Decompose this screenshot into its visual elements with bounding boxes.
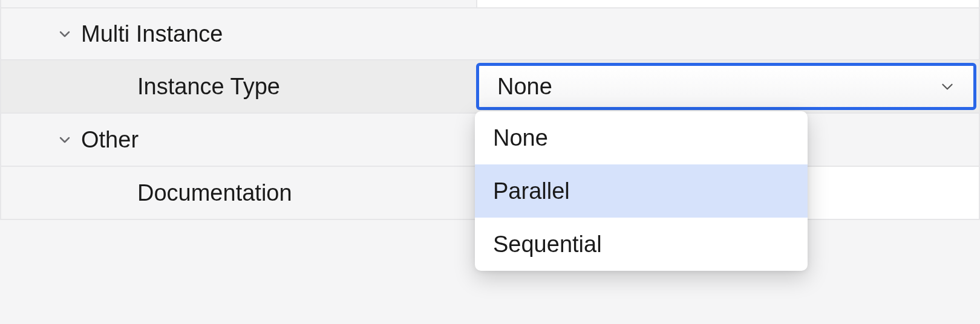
chevron-down-icon <box>56 131 74 149</box>
option-label: Parallel <box>493 178 570 204</box>
section-header-multi-instance[interactable]: Multi Instance <box>1 7 979 60</box>
section-label: Other <box>81 127 139 153</box>
instance-type-select[interactable]: None <box>476 63 976 110</box>
chevron-down-icon <box>56 25 74 43</box>
property-label: Instance Type <box>137 74 280 100</box>
section-label: Multi Instance <box>81 21 223 47</box>
partial-row-top <box>1 0 979 7</box>
property-row-instance-type[interactable]: Instance Type None <box>1 60 979 114</box>
option-none[interactable]: None <box>475 111 808 164</box>
property-label: Documentation <box>137 180 292 206</box>
instance-type-dropdown: None Parallel Sequential <box>475 111 808 271</box>
select-value: None <box>497 74 552 100</box>
option-label: None <box>493 125 548 151</box>
option-label: Sequential <box>493 232 602 258</box>
option-sequential[interactable]: Sequential <box>475 218 808 271</box>
chevron-down-icon <box>939 79 955 94</box>
section-header-spacer <box>476 8 979 59</box>
option-parallel[interactable]: Parallel <box>475 164 808 218</box>
